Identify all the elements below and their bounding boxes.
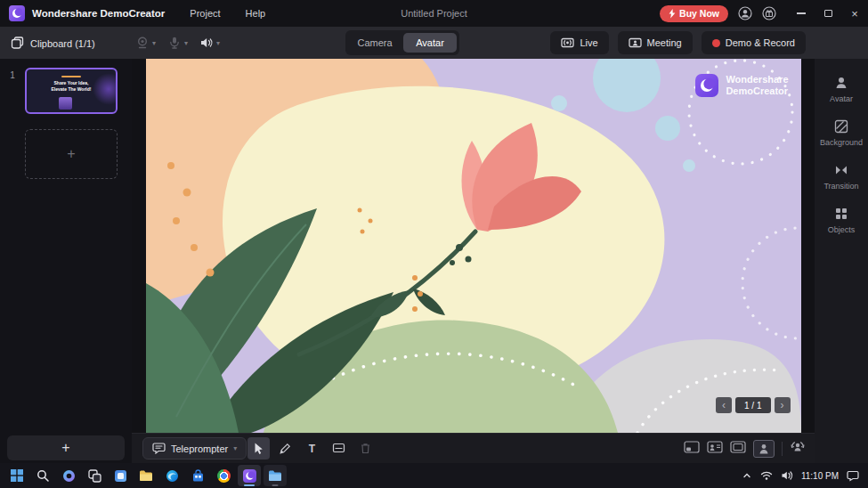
bottom-toolbar: Teleprompter ▾ T — [132, 433, 815, 463]
menu-help[interactable]: Help — [246, 8, 266, 19]
page-navigation: ‹ 1 / 1 › — [716, 397, 790, 413]
mode-tabs: Camera Avatar — [345, 30, 459, 55]
delete-tool-button[interactable] — [354, 437, 377, 460]
live-button[interactable]: Live — [550, 31, 608, 54]
meeting-icon — [629, 37, 642, 49]
wifi-icon[interactable] — [760, 470, 773, 481]
select-tool-button[interactable] — [247, 437, 270, 460]
panel-item-avatar[interactable]: Avatar — [815, 68, 868, 111]
board-icon — [332, 442, 345, 455]
webcam-icon — [135, 36, 150, 50]
draw-tool-button[interactable] — [274, 437, 296, 460]
text-tool-button[interactable]: T — [301, 437, 323, 460]
app-logo-icon — [9, 5, 25, 21]
file-explorer-button[interactable] — [134, 465, 158, 486]
microphone-icon — [167, 36, 182, 50]
folder-icon — [139, 469, 153, 482]
buy-now-button[interactable]: Buy Now — [660, 5, 728, 22]
cursor-icon — [252, 442, 265, 455]
prev-page-button[interactable]: ‹ — [716, 397, 732, 413]
panel-item-objects[interactable]: Objects — [815, 199, 868, 242]
window-controls: × — [788, 0, 868, 27]
layout-frame-button[interactable] — [730, 441, 746, 457]
layout-frame-icon — [730, 441, 746, 453]
widgets-icon — [114, 469, 127, 483]
layout-corner-avatar-icon — [684, 441, 700, 453]
edge-button[interactable] — [160, 465, 183, 486]
panel-item-transition[interactable]: Transition — [815, 155, 868, 199]
watermark-text: Wondershare DemoCreator — [726, 74, 788, 97]
store-button[interactable] — [186, 465, 209, 486]
edge-icon — [166, 469, 179, 483]
demo-record-button[interactable]: Demo & Record — [702, 31, 806, 54]
titlebar-right: Buy Now × — [660, 0, 868, 27]
close-button[interactable]: × — [841, 0, 868, 27]
divider — [782, 442, 783, 456]
pen-icon — [279, 442, 292, 455]
account-icon[interactable] — [738, 6, 752, 20]
lightning-icon — [669, 9, 676, 19]
record-dot-icon — [712, 39, 720, 47]
clipboard-icon — [11, 37, 24, 50]
layout-tools — [684, 437, 806, 460]
next-page-button[interactable]: › — [775, 397, 791, 413]
caret-down-icon[interactable]: ▾ — [216, 39, 220, 47]
tab-camera[interactable]: Camera — [348, 33, 402, 53]
task-view-button[interactable] — [83, 465, 106, 486]
whiteboard-tool-button[interactable] — [328, 437, 350, 460]
plus-icon: + — [61, 440, 69, 456]
tab-avatar[interactable]: Avatar — [403, 33, 457, 53]
toolbar-actions: Live Meeting Demo & Record — [550, 31, 806, 54]
maximize-button[interactable] — [815, 0, 841, 27]
annotation-tools: T — [247, 437, 377, 460]
store-icon — [191, 469, 205, 483]
layout-avatar-only-button[interactable] — [753, 440, 775, 458]
copilot-button[interactable] — [57, 465, 80, 486]
right-panel: Avatar Background Transition Objects — [815, 59, 868, 463]
caret-down-icon[interactable]: ▾ — [184, 39, 188, 47]
slide-thumbnail[interactable]: Share Your Idea, Elevate The World! — [25, 68, 118, 114]
microphone-device-button[interactable]: ▾ — [167, 36, 188, 50]
menu-project[interactable]: Project — [190, 8, 220, 19]
windows-taskbar: 11:10 PM — [0, 463, 868, 488]
add-slide-button[interactable]: + — [7, 435, 125, 460]
tray-chevron-icon[interactable] — [742, 470, 752, 481]
start-button[interactable] — [5, 465, 28, 486]
chrome-button[interactable] — [212, 465, 235, 486]
teleprompter-button[interactable]: Teleprompter ▾ — [142, 437, 247, 460]
caret-down-icon[interactable]: ▾ — [152, 39, 156, 47]
window-folder-icon — [268, 469, 282, 482]
clipboard-button[interactable]: Clipboard (1/1) — [11, 37, 95, 50]
windows-logo-icon — [11, 469, 23, 482]
add-slide-dropzone[interactable]: + — [25, 129, 118, 179]
watermark: Wondershare DemoCreator — [695, 74, 788, 97]
democreator-taskbar-button[interactable] — [238, 465, 261, 486]
avatar-switch-button[interactable] — [790, 440, 806, 458]
volume-icon[interactable] — [781, 470, 793, 481]
clock[interactable]: 11:10 PM — [801, 471, 839, 481]
background-icon — [834, 119, 848, 134]
minimize-button[interactable] — [788, 0, 815, 27]
presentation-canvas[interactable]: Wondershare DemoCreator ‹ 1 / 1 › — [146, 59, 801, 433]
explorer-window-button[interactable] — [264, 465, 287, 486]
meeting-button[interactable]: Meeting — [618, 31, 693, 54]
caret-down-icon[interactable]: ▾ — [233, 444, 237, 452]
camera-device-button[interactable]: ▾ — [135, 36, 156, 50]
speaker-device-button[interactable]: ▾ — [199, 36, 220, 50]
notification-icon[interactable] — [847, 470, 859, 482]
search-button[interactable] — [31, 465, 54, 486]
gift-icon[interactable] — [762, 6, 776, 20]
watermark-logo-icon — [695, 74, 718, 97]
layout-corner-avatar-button[interactable] — [684, 441, 700, 457]
page-indicator: 1 / 1 — [735, 397, 770, 413]
stage: Wondershare DemoCreator ‹ 1 / 1 › Telepr… — [132, 59, 815, 463]
thumb-title: Share Your Idea, Elevate The World! — [27, 80, 116, 93]
search-icon — [37, 469, 49, 482]
speaker-icon — [199, 36, 214, 50]
canvas-illustration — [146, 59, 801, 433]
panel-item-background[interactable]: Background — [815, 111, 868, 155]
layout-avatar-card-button[interactable] — [707, 441, 723, 457]
device-controls: ▾ ▾ ▾ — [135, 36, 220, 50]
widgets-button[interactable] — [109, 465, 132, 486]
slide-row: 1 Share Your Idea, Elevate The World! — [0, 68, 132, 114]
